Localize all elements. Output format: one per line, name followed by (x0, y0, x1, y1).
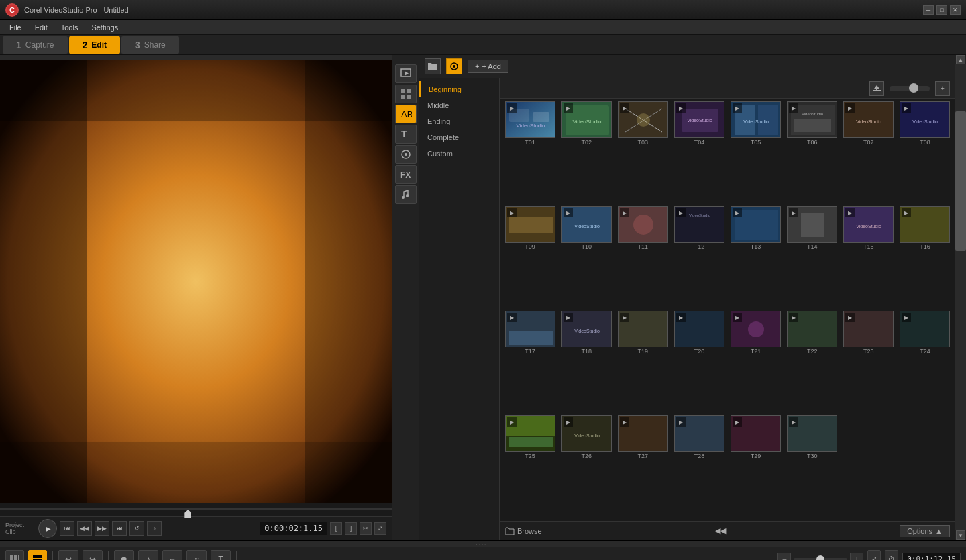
library-icon-instant[interactable] (395, 85, 417, 103)
right-scrollbar[interactable]: ▲ ▼ (955, 55, 966, 540)
thumb-t25[interactable]: ▶ T25 (502, 415, 557, 518)
add-button[interactable]: + + Add (468, 60, 508, 73)
clip-cut-button[interactable]: ✂ (360, 522, 372, 535)
record-button[interactable]: ⏺ (114, 550, 134, 561)
nav-custom[interactable]: Custom (419, 146, 499, 162)
svg-marker-8 (405, 71, 409, 76)
scroll-down[interactable]: ▼ (956, 530, 965, 540)
thumb-t19[interactable]: ▶ T19 (615, 311, 670, 414)
menu-tools[interactable]: Tools (54, 22, 85, 33)
tab-share[interactable]: 3 Share (121, 36, 179, 54)
thumb-t08[interactable]: ▶VideoStudio T08 (898, 101, 953, 205)
preview-handle[interactable] (0, 55, 392, 60)
goto-start-button[interactable]: ⏮ (60, 521, 74, 536)
library-icon-titles[interactable]: T (395, 125, 417, 144)
library-icon-transitions[interactable]: AB (395, 105, 417, 123)
library-icon-fx[interactable]: FX (395, 165, 417, 184)
thumb-t10[interactable]: ▶VideoStudio T10 (559, 206, 614, 309)
thumb-t28[interactable]: ▶ T28 (672, 415, 727, 518)
undo-button[interactable]: ↩ (58, 550, 78, 561)
mark-out-button[interactable]: ] (345, 522, 357, 535)
minimize-button[interactable]: ─ (923, 5, 934, 15)
scroll-up[interactable]: ▲ (956, 55, 965, 64)
browse-button[interactable]: Browse (505, 527, 542, 535)
zoom-in-button[interactable]: + (935, 81, 950, 96)
close-button[interactable]: ✕ (950, 5, 961, 15)
import-button[interactable] (869, 81, 884, 96)
library-icon-audio[interactable] (395, 185, 417, 204)
maximize-button[interactable]: □ (936, 5, 947, 15)
menu-file[interactable]: File (3, 22, 28, 33)
thumb-t12[interactable]: ▶VideoStudio T12 (672, 206, 727, 309)
thumb-t07[interactable]: ▶VideoStudio T07 (841, 101, 896, 205)
thumb-t01[interactable]: ▶VideoStudio T01 (502, 101, 557, 205)
tab-edit[interactable]: 2 Edit (69, 36, 120, 54)
thumb-t23[interactable]: ▶ T23 (841, 311, 896, 414)
tab-capture[interactable]: 1 Capture (3, 36, 68, 54)
audio-button[interactable]: ♪ (138, 550, 158, 561)
thumb-t27[interactable]: ▶ T27 (615, 415, 670, 518)
folder-button[interactable] (425, 58, 441, 74)
options-icon-button[interactable] (446, 58, 462, 74)
nav-ending[interactable]: Ending (419, 113, 499, 129)
scrubber-thumb[interactable] (184, 510, 191, 518)
play-button[interactable] (38, 519, 57, 538)
thumb-t30[interactable]: ▶ T30 (785, 415, 840, 518)
titlebar: C Corel VideoStudio Pro - Untitled ─ □ ✕ (0, 0, 966, 20)
thumb-t16[interactable]: ▶ T16 (898, 206, 953, 309)
preview-scrubber[interactable] (0, 503, 392, 516)
thumb-t06[interactable]: ▶VideoStudio T06 (785, 101, 840, 205)
thumb-t04[interactable]: ▶VideoStudio T04 (672, 101, 727, 205)
zoom-slider-thumb[interactable] (909, 83, 918, 93)
goto-end-button[interactable]: ⏭ (112, 521, 127, 536)
thumb-t11[interactable]: ▶ T11 (615, 206, 670, 309)
volume-button[interactable]: ♪ (147, 521, 162, 536)
expand-button[interactable]: ⤢ (374, 522, 386, 535)
thumb-t22[interactable]: ▶ T22 (785, 311, 840, 414)
nav-middle[interactable]: Middle (419, 97, 499, 113)
zoom-in-button[interactable]: + (850, 553, 863, 561)
library-icon-media[interactable] (395, 64, 417, 83)
collapse-button[interactable]: ◀◀ (716, 527, 724, 535)
options-button[interactable]: Options ▲ (900, 525, 950, 537)
replay-button[interactable]: ↺ (129, 521, 144, 536)
zoom-out-button[interactable]: − (777, 553, 791, 561)
timeline-handle[interactable] (0, 541, 966, 547)
thumb-t13[interactable]: ▶ T13 (729, 206, 784, 309)
thumb-t24[interactable]: ▶ T24 (898, 311, 953, 414)
thumb-t18[interactable]: ▶VideoStudio T18 (559, 311, 614, 414)
step-forward-button[interactable]: ▶▶ (95, 521, 109, 536)
zoom-slider[interactable] (890, 86, 930, 91)
thumb-t20[interactable]: ▶ T20 (672, 311, 727, 414)
thumb-t09[interactable]: ▶ T09 (502, 206, 557, 309)
thumb-t14[interactable]: ▶ T14 (785, 206, 840, 309)
storyboard-view-button[interactable] (5, 550, 24, 561)
effects-content: Beginning Middle Ending Complete Custom … (419, 78, 955, 540)
fit-to-window-button[interactable]: ⤢ (867, 550, 881, 561)
thumb-t21[interactable]: ▶ T21 (729, 311, 784, 414)
nav-beginning[interactable]: Beginning (419, 81, 499, 97)
thumb-t17[interactable]: ▶ T17 (502, 311, 557, 414)
timeline-view-button[interactable] (28, 550, 47, 561)
thumb-t29[interactable]: ▶ T29 (729, 415, 784, 518)
mark-in-button[interactable]: [ (330, 522, 342, 535)
menu-edit[interactable]: Edit (28, 22, 54, 33)
nav-complete[interactable]: Complete (419, 129, 499, 146)
tab-capture-label: Capture (25, 40, 54, 50)
smart-proxy-button[interactable]: ↔ (162, 550, 182, 561)
thumb-t05[interactable]: ▶VideoStudio T05 (729, 101, 784, 205)
scroll-thumb[interactable] (955, 111, 966, 251)
thumb-t03[interactable]: ▶ T03 (615, 101, 670, 205)
redo-button[interactable]: ↪ (83, 550, 103, 561)
step-back-button[interactable]: ◀◀ (77, 521, 92, 536)
timeline-zoom-thumb[interactable] (816, 555, 824, 561)
library-icon-graphics[interactable] (395, 145, 417, 164)
timeline-zoom-slider[interactable] (794, 558, 847, 561)
title-button[interactable]: T (211, 550, 231, 561)
thumb-t02[interactable]: ▶VideoStudio T02 (559, 101, 614, 205)
thumb-t26[interactable]: ▶VideoStudio T26 (559, 415, 614, 518)
mixed-audio-button[interactable]: ≈ (186, 550, 207, 561)
project-duration-button[interactable]: ⏱ (885, 550, 898, 561)
menu-settings[interactable]: Settings (85, 22, 125, 33)
thumb-t15[interactable]: ▶VideoStudio T15 (841, 206, 896, 309)
